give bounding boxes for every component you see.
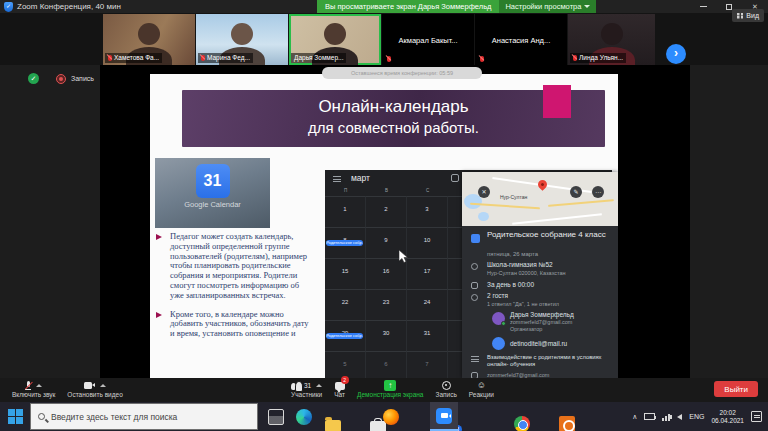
participant-tile[interactable]: Акмарал Бакыт... <box>382 14 474 65</box>
google-calendar-logo: 31 Google Calendar <box>155 158 270 228</box>
edit-pencil-icon[interactable]: ✎ <box>570 186 582 198</box>
calendar-header-icon[interactable] <box>451 174 459 182</box>
calendar-day-cell[interactable]: 24 <box>407 289 448 320</box>
calendar-day-cell[interactable]: 17 <box>407 258 448 289</box>
calendar-day-cell[interactable]: 2 <box>366 196 407 227</box>
share-screen-button[interactable]: ↑ Демонстрация экрана <box>351 378 429 398</box>
calendar-day-cell[interactable]: 5 <box>325 351 366 378</box>
chevron-up-icon[interactable] <box>316 384 322 387</box>
participant-tile[interactable]: Анастасия Анд... <box>475 14 567 65</box>
calendar-day-cell[interactable]: 1 <box>325 196 366 227</box>
more-options-icon[interactable]: ⋯ <box>592 186 604 198</box>
remaining-time-pill: Оставшееся время конференции: 05:59 <box>322 67 482 79</box>
calendar-day-cell[interactable]: 29Родительское собр. <box>325 320 366 351</box>
participants-strip: Хаметова Фа... Марина Фед... Дарья Зомме… <box>0 13 768 65</box>
battery-icon[interactable] <box>644 413 655 420</box>
calendar-day-cell[interactable]: 22 <box>325 289 366 320</box>
participant-tile[interactable]: Хаметова Фа... <box>103 14 195 65</box>
speaker-icon[interactable] <box>677 414 682 420</box>
next-participants-arrow-button[interactable]: › <box>666 44 686 64</box>
participants-count: 31 <box>304 382 311 389</box>
minimize-button[interactable] <box>690 0 716 13</box>
zoom-camera-icon <box>436 408 452 424</box>
file-explorer-icon[interactable] <box>325 420 341 431</box>
chevron-up-icon[interactable] <box>100 384 106 387</box>
event-map[interactable]: Нур-Султан ✕ ✎ ⋯ <box>462 172 618 226</box>
record-button[interactable]: Запись <box>429 378 462 398</box>
guests-icon <box>471 294 478 301</box>
recording-indicator: ✓ Запись <box>28 73 94 84</box>
view-button[interactable]: Вид <box>732 9 764 22</box>
chat-badge: 2 <box>341 376 349 384</box>
microsoft-store-icon[interactable] <box>370 421 386 431</box>
slide-title-line1: Онлайн-календарь <box>182 96 605 118</box>
action-center-icon[interactable] <box>751 411 762 422</box>
bullet-item: Кроме того, в календаре можно добавить у… <box>154 310 312 339</box>
calendar-day-cell[interactable]: 10 <box>407 227 448 258</box>
shared-screen-area: ✓ Запись Оставшееся время конференции: 0… <box>0 65 768 378</box>
bell-icon <box>471 282 478 289</box>
security-shield-icon: ✓ <box>4 2 13 12</box>
chevron-down-icon <box>584 5 590 8</box>
share-screen-icon: ↑ <box>384 380 396 391</box>
participant-name: Линда Ульян... <box>579 54 623 62</box>
event-title: Родительское собрание 4 класс <box>487 230 609 240</box>
slide-title-line2: для совместной работы. <box>182 118 605 137</box>
calendar-day-cell[interactable]: 6 <box>366 351 407 378</box>
leave-meeting-button[interactable]: Выйти <box>714 381 758 397</box>
calendar-day-cell[interactable]: 3 <box>407 196 448 227</box>
stop-video-button[interactable]: Остановить видео <box>61 378 128 398</box>
chrome-icon[interactable] <box>514 416 530 431</box>
map-city-label: Нур-Султан <box>500 194 527 200</box>
chat-button[interactable]: 2 Чат <box>328 378 351 398</box>
connection-ok-icon: ✓ <box>28 73 39 84</box>
muted-mic-icon <box>387 56 391 62</box>
participant-tile[interactable]: Марина Фед... <box>196 14 288 65</box>
orange-app-icon[interactable] <box>559 416 575 431</box>
participant-name: Акмарал Бакыт... <box>382 35 474 44</box>
calendar-day-cell[interactable]: 31 <box>407 320 448 351</box>
camera-icon <box>84 382 95 389</box>
search-icon <box>38 413 45 420</box>
presentation-slide: Онлайн-календарь для совместной работы. … <box>150 74 618 378</box>
task-view-button[interactable] <box>268 409 284 425</box>
view-settings-button[interactable]: Настройки просмотра <box>499 0 596 13</box>
participant-tile-active-speaker[interactable]: Дарья Зоммер... <box>289 14 381 65</box>
unmute-button[interactable]: Включить звук <box>6 378 61 398</box>
participant-name: Марина Фед... <box>207 54 250 62</box>
calendar-month-label: март <box>351 173 370 183</box>
slide-bullets: Педагог может создать календарь, доступн… <box>154 232 314 348</box>
logo-caption: Google Calendar <box>155 200 270 209</box>
zoom-app-taskbar-icon[interactable] <box>430 402 458 431</box>
muted-mic-icon <box>108 55 112 61</box>
close-icon[interactable]: ✕ <box>478 186 490 198</box>
weekday-label: С <box>407 188 448 193</box>
participants-icon <box>291 381 301 390</box>
calendar-event-pill[interactable]: Родительское собр. <box>326 240 363 246</box>
hamburger-menu-icon[interactable] <box>333 176 341 182</box>
guest-avatar <box>492 337 505 350</box>
clock[interactable]: 20:02 06.04.2021 <box>711 409 744 424</box>
calendar-day-cell[interactable]: 23 <box>366 289 407 320</box>
calendar-31-icon: 31 <box>196 164 230 198</box>
firefox-icon[interactable] <box>383 409 399 425</box>
organizer-avatar <box>492 312 505 325</box>
reactions-button[interactable]: ☺ Реакции <box>463 378 500 398</box>
weekday-label: П <box>325 188 366 193</box>
tray-expand-chevron-icon[interactable]: ∧ <box>632 413 637 421</box>
participants-button[interactable]: 31 Участники <box>285 378 328 398</box>
calendar-day-cell[interactable]: 8Родительское собр. <box>325 227 366 258</box>
language-indicator[interactable]: ENG <box>689 413 704 420</box>
edge-browser-icon[interactable] <box>296 409 312 425</box>
calendar-event-pill[interactable]: Родительское собр. <box>326 333 363 339</box>
start-button[interactable] <box>8 409 23 424</box>
taskbar-search-input[interactable]: Введите здесь текст для поиска <box>30 403 258 430</box>
calendar-day-cell[interactable]: 30 <box>366 320 407 351</box>
muted-mic-icon <box>480 56 484 62</box>
participant-tile[interactable]: Линда Ульян... <box>568 14 655 65</box>
calendar-day-cell[interactable]: 7 <box>407 351 448 378</box>
chevron-up-icon[interactable] <box>36 384 42 387</box>
calendar-day-cell[interactable]: 15 <box>325 258 366 289</box>
system-tray: ∧ ENG 20:02 06.04.2021 <box>632 402 768 431</box>
organizer-role: Организатор <box>510 326 542 332</box>
